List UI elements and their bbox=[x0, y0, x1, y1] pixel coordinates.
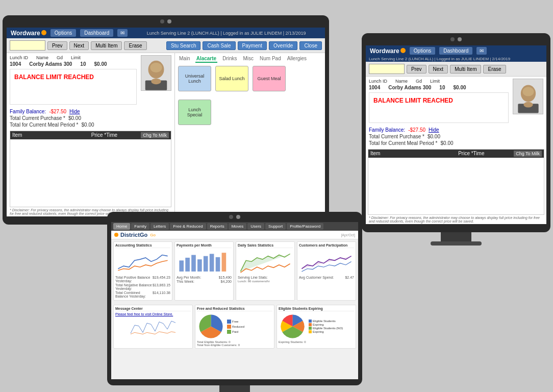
pos-main-body-left: Lunch ID Name Gd Limit 1004 Corby Adams … bbox=[7, 53, 325, 216]
name-label-r: Name bbox=[395, 79, 408, 84]
tab-misc[interactable]: Misc bbox=[242, 55, 255, 63]
monitor-dot-b2 bbox=[236, 215, 240, 219]
stat-negative: Total Negative Balance Yesterday: $13,86… bbox=[115, 283, 170, 290]
payment-button[interactable]: Payment bbox=[238, 41, 267, 50]
total-current-value-r: $0.00 bbox=[428, 134, 440, 139]
table-body-left bbox=[10, 139, 171, 165]
nav-family[interactable]: Family bbox=[131, 223, 149, 230]
prev-button-right[interactable]: Prev bbox=[407, 65, 426, 74]
nav-profile[interactable]: Profile/Password bbox=[287, 223, 323, 230]
free-reduced-pie bbox=[197, 312, 225, 340]
chg-to-milk-btn-right[interactable]: Chg To Milk bbox=[514, 151, 542, 157]
prev-button-left[interactable]: Prev bbox=[47, 41, 67, 50]
avg-label: Avg Per Month: bbox=[177, 276, 201, 279]
table-header-right: Item Price * Time Chg To Milk bbox=[368, 150, 544, 158]
student-id-input-right[interactable] bbox=[369, 64, 405, 74]
menu-item-special[interactable]: LunchSpecial bbox=[178, 100, 211, 125]
payments-title: Payments per Month bbox=[177, 243, 232, 248]
tab-allergies[interactable]: Allergies bbox=[286, 55, 308, 63]
gd-value: 10 bbox=[80, 61, 86, 67]
daily-stats: Serving Line Stats: Lunch: 86 customers/… bbox=[238, 276, 293, 283]
balance-area-right: BALANCE LIMIT REACHED bbox=[369, 92, 509, 123]
svg-rect-13 bbox=[197, 259, 202, 272]
family-balance-left: Family Balance: -$27.50 Hide Total Curre… bbox=[7, 107, 174, 131]
nav-home[interactable]: Home bbox=[113, 223, 130, 230]
col-price: Price * bbox=[75, 132, 106, 138]
dashboard-button-left[interactable]: Dashboard bbox=[80, 29, 113, 37]
lunch-id-label-r: Lunch ID bbox=[369, 79, 387, 84]
student-photo-right bbox=[513, 79, 543, 114]
nav-moves[interactable]: Moves bbox=[229, 223, 247, 230]
tab-drinks[interactable]: Drinks bbox=[221, 55, 238, 63]
multi-item-button-left[interactable]: Multi Item bbox=[91, 41, 122, 50]
bottom-monitor: Home Family Letters Free & Reduced Repor… bbox=[107, 212, 362, 385]
student-id-input-left[interactable] bbox=[10, 40, 45, 51]
student-info-right: Lunch ID Name Gd Limit 1004 Corby Adams … bbox=[369, 79, 509, 123]
balance-limit-alert-left: BALANCE LIMIT REACHED bbox=[12, 71, 134, 83]
gd-label-r: Gd bbox=[416, 79, 422, 84]
balance-row-3: Total for Current Meal Period * $0.00 bbox=[10, 122, 171, 128]
widget-accounting: Accounting Statistics Total Positive Bal… bbox=[113, 241, 172, 301]
menu-item-universal[interactable]: UniversalLunch bbox=[178, 66, 211, 91]
balance-limit-alert-right: BALANCE LIMIT REACHED bbox=[371, 95, 506, 106]
menu-item-salad[interactable]: Salad Lunch bbox=[215, 66, 248, 91]
name-value: Corby Adams 300 bbox=[29, 61, 72, 67]
erase-button-left[interactable]: Erase bbox=[124, 41, 146, 50]
message-title: Message Center bbox=[115, 307, 191, 311]
eligible-content: Eligible Students Expiring Eligible Stud… bbox=[279, 312, 354, 340]
monitor-dot-r2 bbox=[458, 37, 462, 41]
next-button-right[interactable]: Next bbox=[429, 65, 448, 74]
serving-line: Serving Line Stats: bbox=[238, 276, 293, 279]
menu-item-guest[interactable]: Guest Meal bbox=[253, 66, 286, 91]
col-chg-milk: Chg To Milk bbox=[138, 132, 169, 138]
avg-payments: Avg Per Month: $15,490 bbox=[177, 276, 232, 279]
total-negative-label: Total Negative Balance Yesterday: bbox=[115, 283, 153, 290]
eligible-title: Eligible Students Expiring bbox=[279, 307, 354, 311]
accounting-chart bbox=[115, 249, 170, 275]
hide-link[interactable]: Hide bbox=[69, 109, 80, 114]
hide-link-r[interactable]: Hide bbox=[429, 127, 439, 133]
serving-detail: Lunch: 86 customers/hr bbox=[238, 280, 293, 283]
stu-search-button[interactable]: Stu Search bbox=[166, 41, 200, 50]
lunch-id-label: Lunch ID bbox=[10, 55, 28, 60]
override-button[interactable]: Override bbox=[269, 41, 297, 50]
online-store-link[interactable]: Please feel free to visit Online Store. bbox=[115, 312, 191, 316]
student-row-right: Lunch ID Name Gd Limit 1004 Corby Adams … bbox=[366, 77, 546, 125]
free-reduced-title: Free and Reduced Statistics bbox=[197, 307, 272, 311]
col-time-r: Time bbox=[473, 151, 508, 157]
payments-chart bbox=[177, 249, 232, 275]
tab-numpad[interactable]: Num Pad bbox=[259, 55, 282, 63]
customers-title: Customers and Participation bbox=[299, 243, 354, 248]
cash-sale-button[interactable]: Cash Sale bbox=[203, 41, 235, 50]
widget-payments: Payments per Month Avg Per Month: bbox=[174, 241, 234, 301]
mail-button-left[interactable]: ✉ bbox=[117, 29, 128, 37]
balance-row-2: Total Current Purchase * $0.00 bbox=[10, 115, 171, 121]
mail-button-right[interactable]: ✉ bbox=[476, 47, 487, 55]
nav-reports[interactable]: Reports bbox=[207, 223, 228, 230]
gd-value-r: 10 bbox=[439, 85, 445, 90]
col-price-r: Price * bbox=[439, 151, 473, 157]
next-button-left[interactable]: Next bbox=[69, 41, 89, 50]
tab-alacarte[interactable]: Alacarte bbox=[195, 55, 217, 63]
payments-stats: Avg Per Month: $15,490 This Week: $4,200 bbox=[177, 276, 232, 283]
widget-eligible: Eligible Students Expiring Eligible Stud… bbox=[276, 305, 356, 349]
dashboard-button-right[interactable]: Dashboard bbox=[439, 47, 472, 55]
erase-button-right[interactable]: Erase bbox=[483, 65, 506, 74]
expiring-students: Expiring Students: 0 bbox=[279, 340, 354, 344]
total-combined-label: Total Combined Balance Yesterday: bbox=[115, 291, 153, 298]
close-button[interactable]: Close bbox=[299, 41, 322, 50]
options-button-left[interactable]: Options bbox=[51, 29, 76, 37]
multi-item-button-right[interactable]: Multi Item bbox=[450, 65, 481, 74]
nav-letters[interactable]: Letters bbox=[150, 223, 169, 230]
col-item: Item bbox=[12, 132, 75, 138]
widget-message: Message Center Please feel free to visit… bbox=[113, 305, 193, 349]
monitor-dot-1 bbox=[160, 19, 164, 23]
chg-to-milk-btn-left[interactable]: Chg To Milk bbox=[141, 132, 169, 138]
total-current-value: $0.00 bbox=[68, 115, 81, 121]
family-balance-label-r: Family Balance: bbox=[369, 127, 405, 133]
tab-main[interactable]: Main bbox=[178, 55, 191, 63]
nav-free-reduced[interactable]: Free & Reduced bbox=[170, 223, 206, 230]
options-button-right[interactable]: Options bbox=[410, 47, 435, 55]
nav-support[interactable]: Support bbox=[265, 223, 286, 230]
nav-users[interactable]: Users bbox=[247, 223, 264, 230]
